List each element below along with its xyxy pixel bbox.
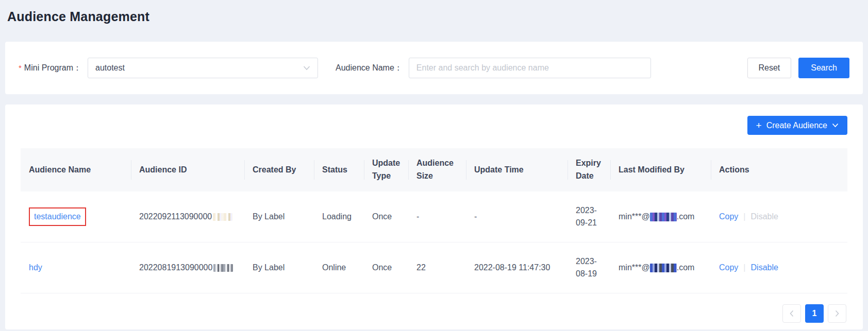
column-header-update-type: Update Type xyxy=(364,148,408,191)
table-row: hdy 2022081913090000 By Label Online Onc… xyxy=(21,242,847,293)
audience-name-label: Audience Name： xyxy=(336,63,403,74)
action-divider: | xyxy=(743,212,745,221)
column-header-audience-id: Audience ID xyxy=(131,148,244,191)
audience-table-card: + Create Audience Audience Name Audience… xyxy=(5,104,863,329)
created-by-cell: By Label xyxy=(244,211,314,223)
chevron-right-icon xyxy=(834,310,840,317)
audience-name-cell: testaudience xyxy=(21,207,131,226)
previous-page-button[interactable] xyxy=(782,304,801,323)
redacted-pixels xyxy=(650,213,677,221)
status-cell: Online xyxy=(314,262,364,274)
column-header-actions: Actions xyxy=(711,148,847,191)
status-cell: Loading xyxy=(314,211,364,223)
audience-id-cell: 2022081913090000 xyxy=(131,262,244,274)
mini-program-label: *Mini Program： xyxy=(19,63,81,74)
update-time-cell: - xyxy=(466,211,567,223)
mini-program-select[interactable]: autotest xyxy=(88,58,318,78)
page-number-button[interactable]: 1 xyxy=(805,304,824,323)
expiry-date-cell: 2023-08-19 xyxy=(567,255,610,280)
action-divider: | xyxy=(743,263,745,272)
redacted-pixels xyxy=(213,213,232,221)
chevron-down-icon xyxy=(832,123,839,128)
next-page-button[interactable] xyxy=(828,304,846,323)
copy-action-link[interactable]: Copy xyxy=(719,263,738,272)
audience-size-cell: - xyxy=(408,211,466,223)
create-audience-button[interactable]: + Create Audience xyxy=(747,116,847,135)
column-header-update-time: Update Time xyxy=(466,148,567,191)
reset-button[interactable]: Reset xyxy=(747,58,792,78)
audience-name-link[interactable]: hdy xyxy=(29,263,42,272)
chevron-left-icon xyxy=(789,310,794,317)
audience-id-cell: 2022092113090000 xyxy=(131,211,244,223)
create-audience-label: Create Audience xyxy=(766,121,827,130)
copy-action-link[interactable]: Copy xyxy=(719,212,738,221)
page-title: Audience Management xyxy=(0,0,868,24)
chevron-down-icon xyxy=(303,65,310,71)
column-header-audience-name: Audience Name xyxy=(21,148,131,191)
column-header-status: Status xyxy=(314,148,364,191)
redacted-pixels xyxy=(650,264,677,272)
filter-bar: *Mini Program： autotest Audience Name： R… xyxy=(5,42,863,94)
audience-name-cell: hdy xyxy=(21,262,131,274)
actions-cell: Copy|Disable xyxy=(711,211,847,223)
created-by-cell: By Label xyxy=(244,262,314,274)
actions-cell: Copy|Disable xyxy=(711,262,847,274)
search-button[interactable]: Search xyxy=(798,58,849,78)
audience-table: Audience Name Audience ID Created By Sta… xyxy=(21,148,847,293)
column-header-audience-size: Audience Size xyxy=(408,148,466,191)
audience-name-link[interactable]: testaudience xyxy=(34,212,81,221)
pagination: 1 xyxy=(21,293,847,323)
red-highlight-box: testaudience xyxy=(29,207,86,226)
disable-action-link-disabled: Disable xyxy=(751,212,778,221)
column-header-last-modified-by: Last Modified By xyxy=(610,148,711,191)
update-time-cell: 2022-08-19 11:47:30 xyxy=(466,262,567,274)
disable-action-link[interactable]: Disable xyxy=(751,263,778,272)
table-header-row: Audience Name Audience ID Created By Sta… xyxy=(21,148,847,191)
required-asterisk: * xyxy=(19,63,22,72)
expiry-date-cell: 2023-09-21 xyxy=(567,204,610,229)
plus-icon: + xyxy=(756,120,762,130)
update-type-cell: Once xyxy=(364,262,408,274)
update-type-cell: Once xyxy=(364,211,408,223)
mini-program-selected-value: autotest xyxy=(95,63,125,73)
last-modified-by-cell: min***@.com xyxy=(610,211,711,223)
column-header-expiry-date: Expiry Date xyxy=(567,148,610,191)
redacted-pixels xyxy=(213,264,233,272)
column-header-created-by: Created By xyxy=(244,148,314,191)
last-modified-by-cell: min***@.com xyxy=(610,262,711,274)
audience-size-cell: 22 xyxy=(408,262,466,274)
table-toolbar: + Create Audience xyxy=(21,116,847,135)
table-row: testaudience 2022092113090000 By Label L… xyxy=(21,191,847,242)
audience-name-input[interactable] xyxy=(409,58,651,78)
